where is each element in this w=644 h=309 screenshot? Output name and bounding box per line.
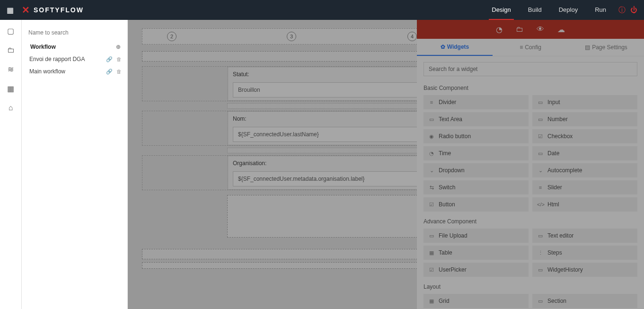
nav-deploy[interactable]: Deploy [550,0,586,20]
step-dot[interactable]: 4 [407,32,417,41]
widget-item[interactable]: ⌄Autocomplete [532,163,637,177]
widget-label: Date [547,150,559,157]
widget-item[interactable]: ▭Input [532,95,637,109]
config-icon: ≡ [520,44,523,51]
widget-label: Number [547,116,568,123]
widget-icon: ≡ [537,185,544,190]
widget-item[interactable]: ☑Button [423,197,529,212]
widget-label: Grid [439,298,450,304]
step-dot[interactable]: 2 [167,32,176,41]
widget-label: Text Area [439,116,462,123]
widget-label: File Upload [439,232,468,239]
widget-icon: ⇆ [428,185,435,191]
history-icon[interactable]: ◔ [496,25,503,34]
workflow-item[interactable]: Envoi de rapport DGA 🔗 🗑 [28,53,123,65]
delete-icon[interactable]: 🗑 [116,69,122,74]
widget-item[interactable]: ▭Date [532,146,637,160]
widget-item[interactable]: ⌄Dropdown [423,163,529,177]
widget-label: Switch [439,184,455,191]
briefcase-icon[interactable]: 🗀 [7,46,15,54]
widget-item[interactable]: ▭Text editor [532,229,637,243]
widget-label: Checkbox [547,133,573,140]
right-panel: ◔ 🗀 👁 ☁ ✿ Widgets ≡ Config ▤ Page Settin… [417,20,644,309]
widget-label: Input [547,99,560,106]
delete-icon[interactable]: 🗑 [116,56,122,62]
widget-icon: ▦ [428,298,435,304]
widget-item[interactable]: ⋮Steps [532,246,637,260]
widget-item[interactable]: ▭WidgetHistory [532,263,637,277]
widget-icon: ▭ [428,233,435,239]
widget-item[interactable]: ≡Divider [423,95,529,109]
widget-item[interactable]: ▭Number [532,112,637,126]
tab-page-settings[interactable]: ▤ Page Settings [568,39,644,56]
tab-config[interactable]: ≡ Config [493,39,568,56]
widget-search-input[interactable] [423,62,637,76]
workflow-item-label: Envoi de rapport DGA [29,56,102,62]
widget-item[interactable]: ☑Checkbox [532,129,637,143]
widget-label: Slider [547,184,562,191]
widget-label: Dropdown [439,167,465,174]
widget-icon: ▭ [537,233,544,239]
nav-build[interactable]: Build [520,0,550,20]
power-icon[interactable]: ⏻ [630,6,637,15]
widget-item[interactable]: ▦Grid [423,294,529,308]
link-icon[interactable]: 🔗 [106,69,113,75]
right-panel-toolbar: ◔ 🗀 👁 ☁ [417,20,644,39]
tab-widgets[interactable]: ✿ Widgets [417,39,493,56]
widget-category: Basic Component [423,85,637,91]
widget-label: Radio button [439,133,471,140]
widget-item[interactable]: ⇆Switch [423,180,529,194]
widget-item[interactable]: ☑UserPicker [423,263,529,277]
database-icon[interactable]: ≋ [8,65,14,74]
add-workflow-button[interactable]: ⊕ [116,44,121,50]
widget-category: Advance Component [423,218,637,225]
widget-label: UserPicker [439,266,467,273]
widget-category: Layout [423,283,637,290]
explorer-panel: Workflow ⊕ Envoi de rapport DGA 🔗 🗑 Main… [22,20,128,309]
widget-item[interactable]: ▭Section [532,294,637,308]
nav-design[interactable]: Design [483,0,519,20]
widget-label: Steps [547,249,562,256]
widget-item[interactable]: ▭Text Area [423,112,529,126]
widget-icon: ▭ [537,150,544,157]
widget-icon: </> [537,202,544,207]
widget-icon: ≡ [428,99,435,105]
nav-run[interactable]: Run [586,0,615,20]
widget-item[interactable]: ◉Radio button [423,129,529,143]
widget-item[interactable]: ≡Slider [532,180,637,194]
widget-label: Table [439,249,452,256]
widgets-icon: ✿ [441,44,445,50]
widget-item[interactable]: ▭File Upload [423,229,529,243]
crop-icon[interactable]: ▢ [7,26,14,35]
case-icon[interactable]: 🗀 [516,25,523,34]
widget-icon: ☑ [428,267,435,273]
cloud-icon[interactable]: ☁ [557,25,565,34]
workflow-item[interactable]: Main workflow 🔗 🗑 [28,65,123,78]
widget-icon: ◔ [428,150,435,157]
link-icon[interactable]: 🔗 [106,56,113,62]
widget-item[interactable]: ◔Time [423,146,529,160]
widget-icon: ◉ [428,133,435,140]
apps-icon[interactable]: ▦ [0,6,20,15]
widget-icon: ⌄ [428,168,435,174]
widget-label: Autocomplete [547,167,582,174]
tab-label: Widgets [447,44,469,50]
widget-icon: ▦ [428,250,435,256]
inbox-icon[interactable]: ⌂ [9,104,13,112]
widget-icon: ▭ [428,116,435,123]
widget-icon: ▭ [537,267,544,273]
brand-logo: ✕ SOFTYFLOW [22,5,84,15]
preview-icon[interactable]: 👁 [537,25,544,34]
widget-icon: ▭ [537,298,544,304]
widget-label: Divider [439,99,456,106]
widget-item[interactable]: </>Html [532,197,637,212]
step-dot[interactable]: 3 [287,32,296,41]
widget-icon: ▭ [537,99,544,106]
widget-label: Section [547,298,566,304]
explorer-search-input[interactable] [28,28,123,41]
explorer-section-title: Workflow [30,44,56,50]
table-icon[interactable]: ▦ [7,84,14,93]
widget-icon: ☑ [537,133,544,140]
alert-icon[interactable]: ⓘ [618,6,626,15]
widget-item[interactable]: ▦Table [423,246,529,260]
